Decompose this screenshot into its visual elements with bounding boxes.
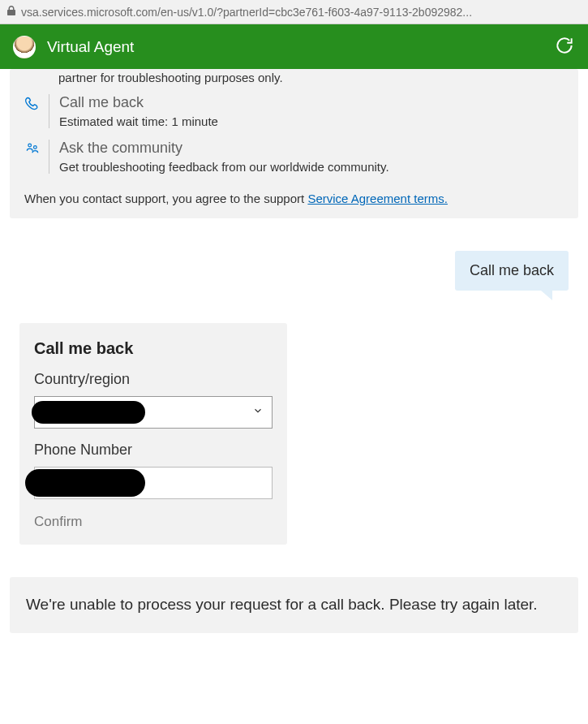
option-ask-community[interactable]: Ask the community Get troubleshooting fe…	[24, 140, 564, 177]
redacted-value	[32, 401, 145, 424]
redacted-value	[25, 469, 145, 497]
country-region-select[interactable]	[34, 396, 273, 429]
option-call-me-back[interactable]: Call me back Estimated wait time: 1 minu…	[24, 94, 564, 131]
truncated-previous-text: partner for troubleshooting purposes onl…	[24, 71, 564, 86]
lock-icon	[6, 5, 16, 19]
user-message-bubble: Call me back	[10, 251, 569, 291]
avatar	[13, 36, 36, 58]
option-title: Ask the community	[59, 140, 389, 157]
option-subtitle: Estimated wait time: 1 minute	[59, 114, 218, 128]
agreement-text: When you contact support, you agree to t…	[24, 192, 564, 205]
community-icon	[24, 141, 45, 161]
app-header: Virtual Agent	[0, 24, 588, 69]
header-title: Virtual Agent	[47, 38, 134, 56]
call-back-form: Call me back Country/region Phone Number…	[19, 323, 287, 545]
user-message-text: Call me back	[455, 251, 569, 291]
form-title: Call me back	[34, 339, 273, 358]
country-region-label: Country/region	[34, 371, 273, 388]
svg-point-1	[34, 146, 37, 149]
confirm-button[interactable]: Confirm	[34, 514, 273, 530]
browser-address-bar[interactable]: vsa.services.microsoft.com/en-us/v1.0/?p…	[0, 0, 588, 24]
support-options-card: partner for troubleshooting purposes onl…	[10, 69, 578, 218]
url-text: vsa.services.microsoft.com/en-us/v1.0/?p…	[21, 6, 472, 19]
option-title: Call me back	[59, 94, 218, 111]
refresh-icon[interactable]	[554, 35, 575, 59]
phone-number-input[interactable]	[34, 467, 273, 499]
phone-number-label: Phone Number	[34, 442, 273, 459]
error-message: We're unable to process your request for…	[10, 577, 578, 633]
service-agreement-link[interactable]: Service Agreement terms.	[307, 192, 448, 205]
option-subtitle: Get troubleshooting feedback from our wo…	[59, 160, 389, 174]
svg-point-0	[28, 144, 32, 147]
chevron-down-icon	[252, 405, 264, 420]
phone-icon	[24, 96, 45, 115]
